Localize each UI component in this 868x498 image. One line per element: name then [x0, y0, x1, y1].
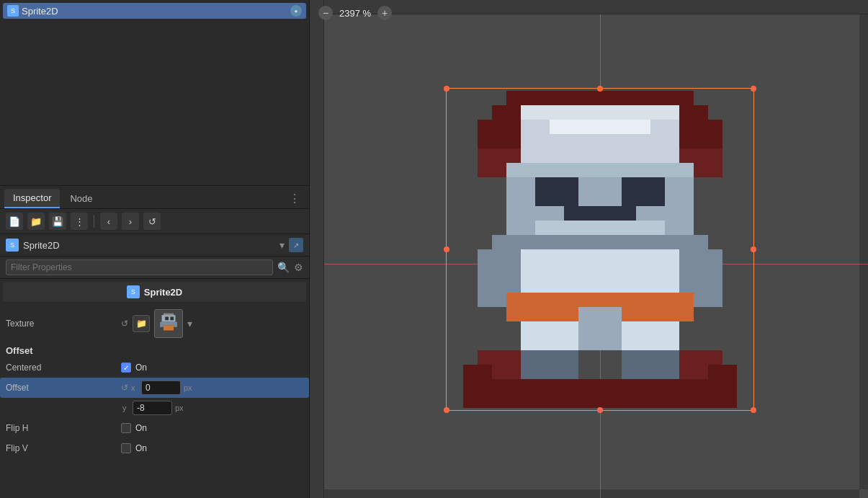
svg-rect-38: [550, 120, 650, 134]
svg-rect-21: [492, 235, 708, 249]
offset-y-value: y px: [122, 401, 303, 415]
flip-h-on-label: On: [135, 423, 147, 433]
flip-h-value: On: [121, 423, 303, 433]
ruler-top: [324, 0, 868, 14]
svg-rect-7: [170, 317, 174, 321]
toolbar-separator: [94, 215, 94, 228]
svg-rect-5: [174, 322, 177, 327]
centered-checkbox[interactable]: ✓: [121, 363, 131, 373]
filter-input[interactable]: [6, 259, 273, 275]
toolbar-next-btn[interactable]: ›: [122, 213, 139, 230]
handle-tr[interactable]: [751, 86, 756, 92]
svg-rect-2: [162, 322, 176, 326]
zoom-minus-btn[interactable]: −: [318, 6, 333, 20]
left-panel: S Sprite2D ● Inspector Node ⋮ 📄 📁 💾 ⋮ ‹ …: [0, 0, 310, 498]
component-icon: S: [6, 239, 19, 252]
sprite2d-icon: S: [7, 5, 19, 17]
scrollbar-bottom[interactable]: [324, 489, 859, 498]
svg-rect-6: [165, 317, 169, 321]
component-section: S Sprite2D Texture ↺ 📁: [0, 279, 309, 461]
svg-rect-36: [708, 365, 737, 408]
offset-y-row: y px: [0, 398, 309, 418]
texture-label: Texture: [6, 319, 121, 329]
zoom-plus-btn[interactable]: +: [377, 6, 392, 20]
zoom-value: 2397 %: [337, 8, 373, 19]
svg-rect-34: [478, 379, 722, 408]
tab-node[interactable]: Node: [61, 190, 101, 208]
svg-rect-19: [622, 177, 665, 206]
svg-rect-14: [521, 105, 679, 120]
y-axis-label: y: [122, 404, 130, 412]
visibility-icon[interactable]: ●: [290, 5, 302, 17]
component-name: Sprite2D: [23, 240, 275, 251]
filter-row: 🔍 ⚙: [0, 257, 309, 279]
viewport[interactable]: − 2397 % +: [310, 0, 868, 498]
filter-settings-icon[interactable]: ⚙: [294, 262, 303, 273]
flip-v-value: On: [121, 443, 303, 453]
scrollbar-right[interactable]: [859, 14, 868, 489]
filter-search-icon: 🔍: [277, 262, 290, 273]
svg-rect-3: [164, 325, 174, 330]
texture-dropdown-icon[interactable]: ▾: [187, 318, 192, 329]
toolbar-open-btn[interactable]: 📁: [27, 213, 45, 230]
toolbar-new-btn[interactable]: 📄: [6, 213, 23, 230]
viewport-toolbar: − 2397 % +: [318, 6, 392, 20]
svg-rect-28: [622, 321, 679, 350]
offset-row: Offset ↺ x px: [0, 378, 309, 398]
texture-preview[interactable]: [154, 309, 183, 338]
flip-v-checkbox-wrap: On: [121, 443, 147, 453]
flip-h-checkbox[interactable]: [121, 423, 131, 433]
pixel-sprite-svg: [449, 91, 751, 408]
tab-inspector[interactable]: Inspector: [4, 189, 60, 208]
offset-reset-icon[interactable]: ↺: [121, 383, 128, 393]
texture-reset-icon[interactable]: ↺: [121, 319, 128, 329]
flip-v-row: Flip V On: [0, 438, 309, 458]
centered-row: Centered ✓ On: [0, 357, 309, 378]
component-selector[interactable]: S Sprite2D ▾ ↗: [0, 234, 309, 257]
handle-br[interactable]: [751, 407, 756, 413]
flip-v-on-label: On: [135, 443, 147, 453]
y-unit-label: px: [175, 404, 184, 412]
component-chevron-icon[interactable]: ▾: [279, 239, 285, 251]
handle-bl[interactable]: [444, 407, 449, 413]
flip-h-row: Flip H On: [0, 418, 309, 438]
svg-rect-37: [535, 221, 665, 235]
centered-on-label: On: [135, 363, 147, 373]
ruler-left: [310, 0, 324, 498]
offset-value: ↺ x px: [121, 381, 303, 395]
offset-y-field[interactable]: [133, 401, 172, 415]
scene-tree-label: Sprite2D: [22, 6, 58, 17]
texture-preview-svg: [155, 310, 182, 337]
handle-mr[interactable]: [751, 246, 756, 252]
flip-h-label: Flip H: [6, 423, 121, 433]
component-section-header: S Sprite2D: [3, 282, 306, 302]
centered-label: Centered: [6, 363, 121, 373]
svg-rect-18: [535, 177, 578, 206]
toolbar-prev-btn[interactable]: ‹: [100, 213, 117, 230]
scene-tree-item-sprite2d[interactable]: S Sprite2D ●: [3, 3, 306, 19]
inspector-toolbar: 📄 📁 💾 ⋮ ‹ › ↺: [0, 209, 309, 234]
tab-more-icon[interactable]: ⋮: [285, 190, 305, 207]
texture-folder-btn[interactable]: 📁: [133, 315, 150, 332]
inspector-tabs: Inspector Node ⋮: [0, 186, 309, 209]
inspector-panel: Inspector Node ⋮ 📄 📁 💾 ⋮ ‹ › ↺ S Sprite2…: [0, 186, 309, 498]
offset-section-label: Offset: [0, 341, 309, 357]
svg-rect-29: [578, 307, 622, 350]
scene-tree: S Sprite2D ●: [0, 0, 309, 186]
component-link-icon[interactable]: ↗: [289, 238, 303, 252]
svg-rect-4: [160, 322, 164, 327]
offset-x-field[interactable]: [141, 381, 181, 395]
sprite-display: [449, 91, 751, 408]
svg-rect-0: [164, 314, 174, 315]
flip-v-label: Flip V: [6, 443, 121, 453]
svg-rect-35: [463, 365, 492, 408]
x-unit-label: px: [184, 383, 192, 392]
toolbar-more-btn[interactable]: ⋮: [71, 213, 88, 230]
texture-row: Texture ↺ 📁: [0, 306, 309, 341]
toolbar-save-btn[interactable]: 💾: [49, 213, 66, 230]
flip-v-checkbox[interactable]: [121, 443, 131, 453]
toolbar-history-btn[interactable]: ↺: [143, 213, 161, 230]
svg-rect-20: [564, 206, 636, 221]
x-axis-label: x: [131, 383, 138, 392]
offset-label: Offset: [6, 383, 121, 393]
